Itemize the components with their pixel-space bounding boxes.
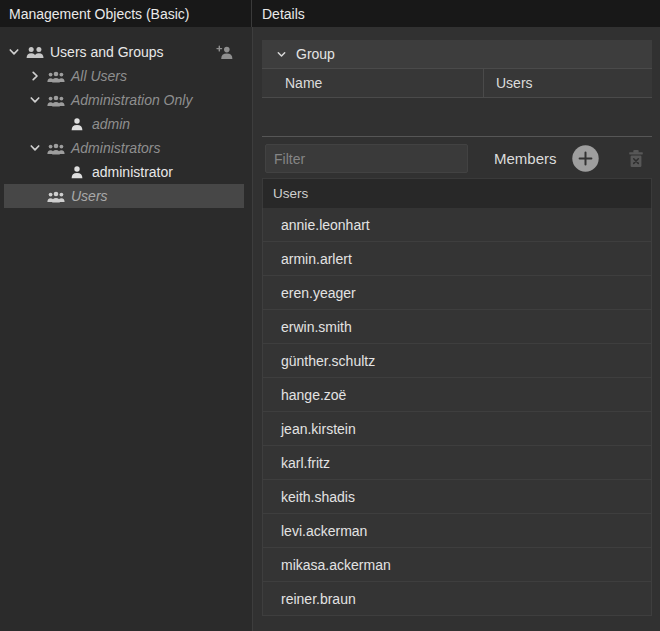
tree-panel-title: Management Objects (Basic) [0,0,252,27]
delete-member-button[interactable] [626,148,646,169]
filter-input[interactable] [265,144,468,173]
chevron-down-icon[interactable] [8,46,20,58]
tree-item[interactable]: Administrators [4,136,244,160]
group-table-header: Name Users [262,68,652,98]
management-console-window: Management Objects (Basic) Details [0,0,660,631]
member-row[interactable]: armin.arlert [263,242,651,276]
member-row[interactable]: erwin.smith [263,310,651,344]
member-name: eren.yeager [281,285,356,301]
column-header-name[interactable]: Name [262,69,483,97]
tree-item-label: All Users [71,68,127,84]
member-name: hange.zoë [281,387,346,403]
member-row[interactable]: jean.kirstein [263,412,651,446]
member-name: reiner.braun [281,591,356,607]
chevron-down-icon[interactable] [29,142,41,154]
members-toolbar: Members [262,142,652,175]
chevron-down-icon [276,49,296,60]
member-name: mikasa.ackerman [281,557,391,573]
member-row[interactable]: eren.yeager [263,276,651,310]
member-name: keith.shadis [281,489,355,505]
tree-item-label: Users and Groups [50,44,164,60]
tree-item[interactable]: Users and Groups [4,40,244,64]
tree-item-label: Users [71,188,108,204]
users-group-icon [47,94,65,107]
details-panel-title: Details [252,0,660,27]
add-member-button[interactable] [571,144,600,173]
trash-icon [626,148,646,169]
member-name: erwin.smith [281,319,352,335]
member-name: armin.arlert [281,251,352,267]
tree-item-label: administrator [92,164,173,180]
object-tree-panel: Users and Groups [0,27,253,631]
member-row[interactable]: hange.zoë [263,378,651,412]
member-name: annie.leonhart [281,217,370,233]
tree-item[interactable]: Users [4,184,244,208]
plus-circle-icon [571,144,600,173]
users-group-icon [47,190,65,203]
tree-item[interactable]: admin [4,112,244,136]
users-group-icon [47,70,65,83]
member-name: levi.ackerman [281,523,367,539]
chevron-down-icon[interactable] [29,94,41,106]
group-section-title: Group [296,46,335,62]
section-divider [262,136,652,137]
users-pair-icon [26,45,44,59]
member-name: jean.kirstein [281,421,356,437]
member-row[interactable]: mikasa.ackerman [263,548,651,582]
add-user-icon[interactable] [216,45,233,60]
users-group-icon [47,142,65,155]
tree-item-label: Administrators [71,140,160,156]
member-row[interactable]: karl.fritz [263,446,651,480]
user-icon [70,117,84,131]
tree-item[interactable]: administrator [4,160,244,184]
member-name: karl.fritz [281,455,330,471]
member-row[interactable]: reiner.braun [263,582,651,616]
member-row[interactable]: günther.schultz [263,344,651,378]
tree-item-label: Administration Only [71,92,192,108]
group-section-header[interactable]: Group [262,40,652,68]
header-bar: Management Objects (Basic) Details [0,0,660,27]
member-row[interactable]: levi.ackerman [263,514,651,548]
tree-item[interactable]: Administration Only [4,88,244,112]
member-row[interactable]: keith.shadis [263,480,651,514]
chevron-right-icon[interactable] [29,70,41,82]
tree-item[interactable]: All Users [4,64,244,88]
column-header-users[interactable]: Users [483,69,652,97]
user-icon [70,165,84,179]
member-name: günther.schultz [281,353,375,369]
member-row[interactable]: annie.leonhart [263,208,651,242]
members-title: Members [494,150,557,167]
group-table-body-empty [262,98,652,136]
details-panel: Group Name Users Members [253,27,660,631]
tree-item-label: admin [92,116,130,132]
members-column-header[interactable]: Users [262,178,652,208]
